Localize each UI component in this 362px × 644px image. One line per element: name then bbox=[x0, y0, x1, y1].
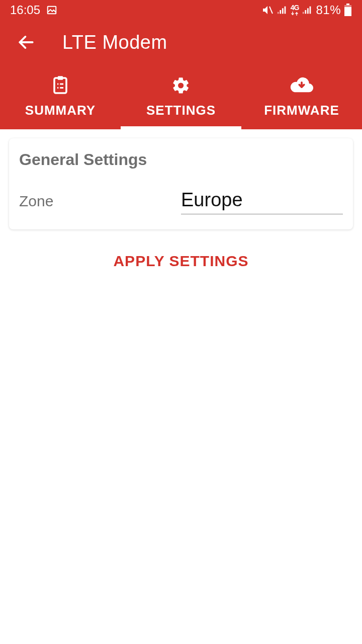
svg-rect-5 bbox=[284, 7, 286, 14]
zone-select[interactable]: Europe bbox=[181, 189, 343, 214]
svg-rect-12 bbox=[344, 7, 351, 16]
tab-firmware[interactable]: FIRMWARE bbox=[241, 68, 362, 129]
clipboard-icon bbox=[51, 75, 69, 96]
card-title: General Settings bbox=[19, 150, 343, 169]
picture-icon bbox=[46, 5, 57, 16]
svg-rect-3 bbox=[280, 10, 281, 14]
svg-rect-15 bbox=[58, 76, 63, 80]
svg-rect-6 bbox=[303, 12, 304, 14]
page-title: LTE Modem bbox=[62, 32, 167, 53]
svg-rect-7 bbox=[305, 10, 307, 14]
signal-icon bbox=[277, 5, 288, 16]
app-header: 16:05 bbox=[0, 0, 362, 129]
app-bar: LTE Modem bbox=[0, 20, 362, 68]
svg-rect-14 bbox=[54, 78, 66, 93]
zone-label: Zone bbox=[19, 193, 181, 210]
battery-icon bbox=[344, 4, 352, 17]
svg-rect-4 bbox=[282, 8, 284, 14]
svg-rect-8 bbox=[307, 8, 309, 14]
tab-label: FIRMWARE bbox=[264, 103, 339, 118]
back-button[interactable] bbox=[14, 30, 38, 54]
svg-rect-2 bbox=[278, 12, 279, 14]
cloud-download-icon bbox=[289, 75, 314, 96]
tab-label: SUMMARY bbox=[25, 103, 96, 118]
svg-rect-9 bbox=[310, 7, 311, 14]
vibrate-mute-icon bbox=[261, 4, 274, 16]
svg-rect-0 bbox=[48, 7, 56, 14]
battery-percent: 81% bbox=[316, 3, 341, 17]
svg-rect-10 bbox=[346, 4, 349, 5]
gear-icon bbox=[171, 75, 191, 96]
zone-value: Europe bbox=[181, 189, 343, 211]
signal-icon-2 bbox=[302, 5, 313, 16]
status-bar: 16:05 bbox=[0, 0, 362, 20]
tab-settings[interactable]: SETTINGS bbox=[121, 68, 241, 129]
apply-settings-button[interactable]: APPLY SETTINGS bbox=[9, 253, 353, 270]
tab-label: SETTINGS bbox=[146, 103, 216, 118]
svg-line-1 bbox=[269, 7, 273, 14]
zone-field-row: Zone Europe bbox=[19, 189, 343, 214]
tab-summary[interactable]: SUMMARY bbox=[0, 68, 121, 129]
general-settings-card: General Settings Zone Europe bbox=[9, 138, 353, 229]
4g-icon: 4G bbox=[291, 4, 299, 16]
content-area: General Settings Zone Europe APPLY SETTI… bbox=[0, 129, 362, 279]
arrow-left-icon bbox=[17, 33, 36, 52]
status-time: 16:05 bbox=[10, 3, 40, 17]
tab-bar: SUMMARY SETTINGS FIRMWARE bbox=[0, 68, 362, 129]
